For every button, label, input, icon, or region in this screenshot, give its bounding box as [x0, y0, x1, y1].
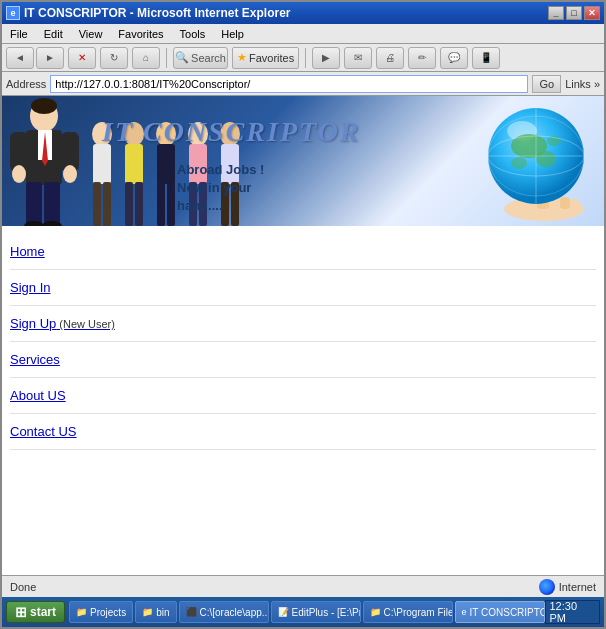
taskbar-item-editplus[interactable]: 📝 EditPlus - [E:\Pr...	[271, 601, 361, 623]
taskbar: ⊞ start 📁 Projects 📁 bin ⬛ C:\[oracle\ap…	[2, 597, 604, 627]
zone-label: Internet	[559, 581, 596, 593]
favorites-button[interactable]: ★ Favorites	[232, 47, 299, 69]
ie-zone-icon	[539, 579, 555, 595]
window-title: IT CONSCRIPTOR - Microsoft Internet Expl…	[24, 6, 290, 20]
banner: IT CONSCRIPTOR Abroad Jobs ! Now in your…	[2, 96, 604, 226]
menu-view[interactable]: View	[75, 26, 107, 42]
nav-contact[interactable]: Contact US	[10, 414, 596, 450]
links-button[interactable]: Links »	[565, 78, 600, 90]
separator1	[166, 48, 167, 68]
menu-tools[interactable]: Tools	[176, 26, 210, 42]
svg-rect-22	[157, 144, 175, 184]
nav-signup[interactable]: Sign Up (New User)	[10, 306, 596, 342]
forward-button[interactable]: ►	[36, 47, 64, 69]
svg-point-1	[31, 98, 57, 114]
svg-rect-9	[26, 182, 42, 226]
menu-help[interactable]: Help	[217, 26, 248, 42]
refresh-button[interactable]: ↻	[100, 47, 128, 69]
favorites-label: Favorites	[249, 52, 294, 64]
separator2	[305, 48, 306, 68]
svg-rect-24	[167, 182, 175, 226]
menu-edit[interactable]: Edit	[40, 26, 67, 42]
page-content: IT CONSCRIPTOR Abroad Jobs ! Now in your…	[2, 96, 604, 575]
svg-rect-10	[44, 182, 60, 226]
taskbar-item-projects[interactable]: 📁 Projects	[69, 601, 133, 623]
svg-rect-14	[93, 144, 111, 184]
svg-rect-18	[125, 144, 143, 184]
back-button[interactable]: ◄	[6, 47, 34, 69]
nav-section: Home Sign In Sign Up (New User) Services…	[2, 226, 604, 460]
address-label: Address	[6, 78, 46, 90]
taskbar-clock: 12:30 PM	[550, 600, 596, 624]
maximize-button[interactable]: □	[566, 6, 582, 20]
svg-rect-20	[135, 182, 143, 226]
nav-services[interactable]: Services	[10, 342, 596, 378]
address-bar: Address Go Links »	[2, 72, 604, 96]
stop-button[interactable]: ✕	[68, 47, 96, 69]
minimize-button[interactable]: _	[548, 6, 564, 20]
browser-content: IT CONSCRIPTOR Abroad Jobs ! Now in your…	[2, 96, 604, 597]
toolbar: ◄ ► ✕ ↻ ⌂ 🔍 Search ★ Favorites ▶ ✉ 🖨 ✏ 💬…	[2, 44, 604, 72]
title-bar: e IT CONSCRIPTOR - Microsoft Internet Ex…	[2, 2, 604, 24]
messenger-button[interactable]: 📱	[472, 47, 500, 69]
discuss-button[interactable]: 💬	[440, 47, 468, 69]
close-button[interactable]: ✕	[584, 6, 600, 20]
taskbar-item-programfiles[interactable]: 📁 C:\Program Files...	[363, 601, 453, 623]
taskbar-item-ie[interactable]: e IT CONSCRIPTO...	[455, 601, 545, 623]
status-bar: Done Internet	[2, 575, 604, 597]
window-icon: e	[6, 6, 20, 20]
media-button[interactable]: ▶	[312, 47, 340, 69]
menu-bar: File Edit View Favorites Tools Help	[2, 24, 604, 44]
print-button[interactable]: 🖨	[376, 47, 404, 69]
banner-tagline: Abroad Jobs ! Now in your hand....	[177, 161, 264, 216]
edit-button[interactable]: ✏	[408, 47, 436, 69]
globe-area	[474, 101, 594, 221]
nav-signin[interactable]: Sign In	[10, 270, 596, 306]
banner-title: IT CONSCRIPTOR	[102, 116, 361, 148]
svg-point-8	[63, 165, 77, 183]
person-main	[2, 96, 87, 226]
go-button[interactable]: Go	[532, 75, 561, 93]
svg-point-43	[511, 157, 527, 169]
taskbar-tray: 12:30 PM	[545, 600, 601, 624]
status-text: Done	[10, 581, 36, 593]
menu-favorites[interactable]: Favorites	[114, 26, 167, 42]
address-input[interactable]	[50, 75, 528, 93]
mail-button[interactable]: ✉	[344, 47, 372, 69]
taskbar-item-oracle[interactable]: ⬛ C:\[oracle\app...	[179, 601, 269, 623]
start-button[interactable]: ⊞ start	[6, 601, 65, 623]
svg-rect-19	[125, 182, 133, 226]
globe-svg	[474, 101, 594, 221]
home-button[interactable]: ⌂	[132, 47, 160, 69]
nav-about[interactable]: About US	[10, 378, 596, 414]
menu-file[interactable]: File	[6, 26, 32, 42]
svg-point-42	[536, 151, 556, 167]
svg-rect-23	[157, 182, 165, 226]
taskbar-items: 📁 Projects 📁 bin ⬛ C:\[oracle\app... 📝 E…	[69, 601, 544, 623]
svg-point-7	[12, 165, 26, 183]
search-label: Search	[191, 52, 226, 64]
taskbar-item-bin[interactable]: 📁 bin	[135, 601, 176, 623]
search-button[interactable]: 🔍 Search	[173, 47, 228, 69]
svg-rect-15	[93, 182, 101, 226]
svg-rect-16	[103, 182, 111, 226]
nav-home[interactable]: Home	[10, 236, 596, 270]
svg-rect-37	[560, 197, 570, 209]
svg-rect-38	[570, 199, 579, 209]
